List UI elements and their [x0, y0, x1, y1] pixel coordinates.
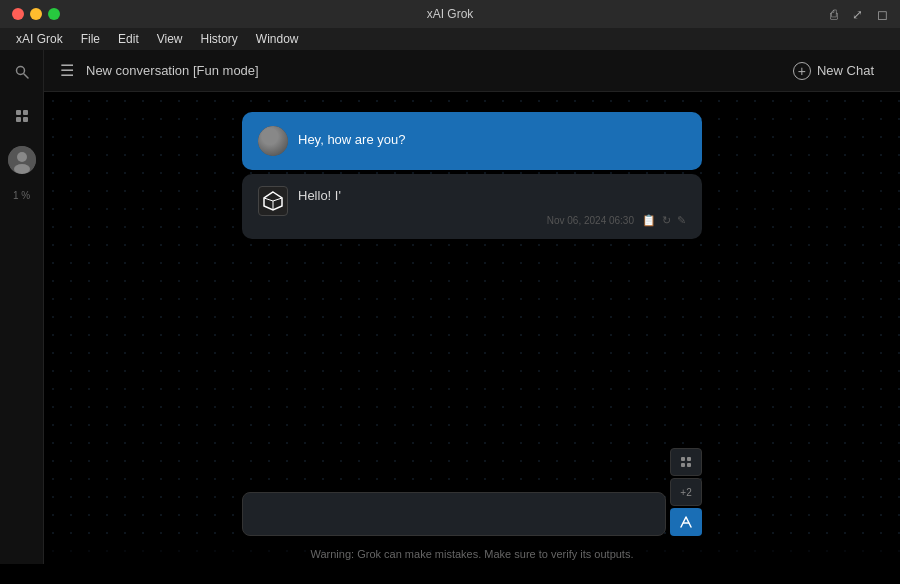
app-header: ☰ New conversation [Fun mode] + New Chat — [44, 50, 900, 92]
svg-rect-2 — [16, 110, 21, 115]
svg-line-10 — [264, 198, 273, 201]
svg-rect-16 — [687, 463, 691, 467]
refresh-icon[interactable]: ↻ — [662, 214, 671, 227]
messages-container: Hey, how are you? Hello! I' — [242, 112, 702, 239]
user-message-text: Hey, how are you? — [298, 126, 405, 147]
menu-edit[interactable]: Edit — [110, 30, 147, 48]
svg-point-7 — [17, 152, 27, 162]
sidebar: 1 % — [0, 50, 44, 564]
edit-icon[interactable]: ✎ — [677, 214, 686, 227]
menu-xai-grok[interactable]: xAI Grok — [8, 30, 71, 48]
main-content: Hey, how are you? Hello! I' — [44, 92, 900, 564]
ai-message: Hello! I' Nov 06, 2024 06:30 📋 ↻ ✎ — [242, 174, 702, 239]
warning-text: Warning: Grok can make mistakes. Make su… — [311, 548, 634, 560]
svg-rect-14 — [687, 457, 691, 461]
svg-line-1 — [24, 74, 28, 78]
ai-message-timestamp: Nov 06, 2024 06:30 — [547, 215, 634, 226]
svg-rect-15 — [681, 463, 685, 467]
input-wrapper — [242, 492, 666, 536]
hamburger-icon[interactable]: ☰ — [60, 61, 74, 80]
window-icon[interactable]: ◻ — [877, 7, 888, 22]
share-icon[interactable]: ⎙ — [830, 7, 838, 22]
send-button[interactable] — [670, 508, 702, 536]
new-chat-button[interactable]: + New Chat — [783, 58, 884, 84]
input-action-buttons: +2 — [670, 448, 702, 536]
conversation-title: New conversation [Fun mode] — [86, 63, 783, 78]
ai-message-avatar — [258, 186, 288, 216]
titlebar: xAI Grok ⎙ ⤢ ◻ — [0, 0, 900, 28]
usage-percentage: 1 % — [13, 190, 30, 201]
menu-file[interactable]: File — [73, 30, 108, 48]
svg-line-11 — [273, 198, 282, 201]
minimize-button[interactable] — [30, 8, 42, 20]
ai-action-buttons: 📋 ↻ ✎ — [642, 214, 686, 227]
new-chat-plus-icon: + — [793, 62, 811, 80]
close-button[interactable] — [12, 8, 24, 20]
svg-point-0 — [16, 67, 24, 75]
maximize-button[interactable] — [48, 8, 60, 20]
user-message-avatar — [258, 126, 288, 156]
ai-message-text: Hello! I' — [298, 182, 341, 203]
svg-rect-13 — [681, 457, 685, 461]
svg-rect-4 — [16, 117, 21, 122]
input-area: +2 — [242, 448, 702, 536]
window-title: xAI Grok — [427, 7, 474, 21]
ai-message-footer: Nov 06, 2024 06:30 📋 ↻ ✎ — [298, 210, 686, 227]
menu-window[interactable]: Window — [248, 30, 307, 48]
svg-rect-5 — [23, 117, 28, 122]
user-message: Hey, how are you? — [242, 112, 702, 170]
zoom-icon[interactable]: ⤢ — [852, 7, 863, 22]
format-button[interactable] — [670, 448, 702, 476]
menu-history[interactable]: History — [193, 30, 246, 48]
chat-area: Hey, how are you? Hello! I' — [44, 92, 900, 564]
copy-icon[interactable]: 📋 — [642, 214, 656, 227]
svg-point-8 — [14, 164, 30, 174]
chat-input[interactable] — [255, 507, 653, 522]
user-avatar[interactable] — [8, 146, 36, 174]
app-container: 1 % ☰ New conversation [Fun mode] + New … — [0, 50, 900, 564]
menu-view[interactable]: View — [149, 30, 191, 48]
plus2-button[interactable]: +2 — [670, 478, 702, 506]
new-chat-label: New Chat — [817, 63, 874, 78]
menubar: xAI Grok File Edit View History Window — [0, 28, 900, 50]
traffic-lights — [12, 8, 60, 20]
svg-rect-3 — [23, 110, 28, 115]
search-icon[interactable] — [8, 58, 36, 86]
grid-icon[interactable] — [8, 102, 36, 130]
warning-bar: Warning: Grok can make mistakes. Make su… — [44, 544, 900, 564]
titlebar-controls: ⎙ ⤢ ◻ — [830, 7, 888, 22]
